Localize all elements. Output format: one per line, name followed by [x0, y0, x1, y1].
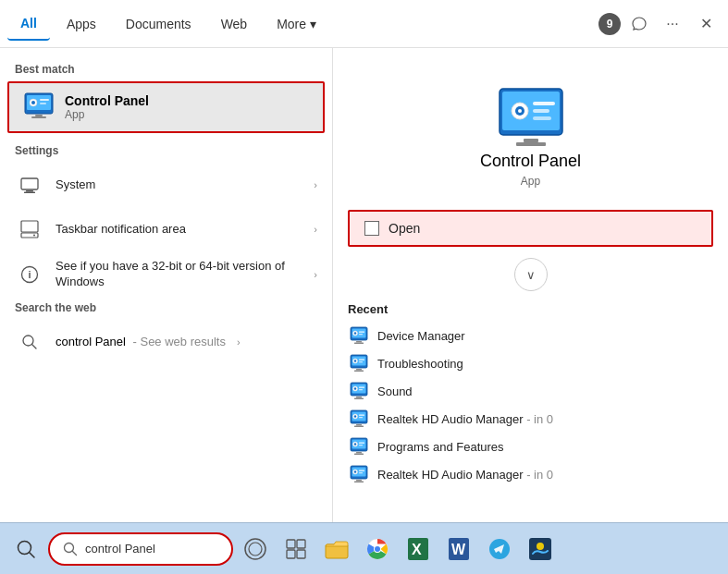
tab-documents[interactable]: Documents [113, 7, 204, 41]
svg-rect-40 [359, 360, 364, 360]
app-type: App [521, 175, 540, 188]
tab-web-label: Web [221, 17, 248, 31]
system-chevron: › [314, 179, 317, 190]
svg-rect-9 [26, 190, 33, 192]
recent-realtek1-text: Realtek HD Audio Manager - in 0 [377, 412, 553, 426]
close-button[interactable]: ✕ [691, 9, 721, 39]
recent-cp-icon-4 [350, 409, 368, 428]
tab-apps[interactable]: Apps [54, 7, 109, 41]
taskbar-word-button[interactable]: W [440, 531, 477, 568]
tab-all-label: All [20, 16, 37, 31]
top-nav: All Apps Documents Web More ▾ 9 ··· ✕ [0, 0, 728, 48]
svg-rect-59 [354, 426, 364, 428]
svg-point-63 [354, 443, 356, 445]
svg-rect-12 [21, 233, 38, 238]
svg-rect-43 [354, 371, 364, 372]
control-panel-icon-small [24, 92, 54, 122]
svg-point-13 [33, 235, 35, 237]
svg-rect-67 [354, 454, 364, 456]
svg-rect-85 [297, 550, 305, 558]
svg-rect-27 [516, 142, 546, 146]
recent-cp-icon-5 [350, 437, 368, 456]
svg-rect-7 [31, 116, 46, 118]
ellipsis-button[interactable]: ··· [658, 9, 687, 39]
svg-point-47 [354, 387, 356, 389]
svg-point-22 [518, 109, 522, 113]
svg-rect-11 [21, 221, 38, 232]
settings-item-bitcheck[interactable]: i See if you have a 32-bit or 64-bit ver… [0, 251, 332, 298]
open-button[interactable]: Open [348, 210, 713, 247]
recent-sound-text: Sound [377, 385, 413, 398]
recent-label: Recent [348, 302, 713, 316]
svg-point-55 [354, 415, 356, 417]
taskbar-search-text: control Panel [85, 542, 155, 556]
svg-rect-83 [297, 540, 305, 548]
svg-rect-64 [359, 443, 364, 444]
control-panel-svg-small [24, 92, 54, 122]
svg-point-3 [31, 101, 35, 104]
taskbar-search-icon[interactable] [7, 531, 44, 568]
svg-rect-34 [356, 341, 362, 343]
taskbar-telegram-button[interactable] [481, 531, 518, 568]
notification-badge[interactable]: 9 [598, 13, 621, 35]
svg-line-79 [73, 551, 77, 555]
search-web-label: Search the web [0, 298, 332, 320]
svg-point-80 [245, 539, 265, 559]
taskbar-weather-button[interactable] [522, 531, 559, 568]
recent-cp-icon-3 [350, 382, 368, 400]
svg-rect-24 [533, 109, 549, 113]
nav-actions: 9 ··· ✕ [598, 9, 721, 39]
tab-all[interactable]: All [7, 7, 50, 41]
tab-documents-label: Documents [126, 17, 191, 31]
search-web-text: control Panel - See web results [56, 335, 226, 348]
taskbar-excel-button[interactable]: X [400, 531, 437, 568]
chevron-down-icon: ∨ [526, 268, 536, 282]
control-panel-icon-large [498, 85, 564, 152]
expand-button[interactable]: ∨ [514, 258, 548, 291]
best-match-label: Best match [0, 59, 332, 81]
recent-item-realtek2[interactable]: Realtek HD Audio Manager - in 0 [348, 460, 713, 488]
svg-text:i: i [28, 269, 31, 280]
tab-more-label: More [277, 17, 306, 31]
taskbar: control Panel [0, 522, 728, 574]
settings-item-taskbar[interactable]: Taskbar notification area › [0, 207, 332, 251]
svg-rect-50 [356, 397, 362, 398]
svg-rect-75 [354, 482, 364, 483]
search-web-item[interactable]: control Panel - See web results › [0, 320, 332, 364]
settings-item-system[interactable]: System › [0, 163, 332, 207]
taskbar-taskview-button[interactable] [278, 531, 315, 568]
taskbar-chrome-button[interactable] [359, 531, 396, 568]
recent-item-sound[interactable]: Sound [348, 377, 713, 405]
taskbar-cortana-button[interactable] [237, 531, 274, 568]
svg-line-77 [30, 552, 35, 557]
recent-item-realtek1[interactable]: Realtek HD Audio Manager - in 0 [348, 405, 713, 433]
taskbar-search-bar[interactable]: control Panel [48, 532, 233, 566]
best-match-item[interactable]: Control Panel App [7, 81, 325, 133]
svg-rect-4 [40, 99, 49, 101]
svg-rect-73 [359, 472, 363, 473]
svg-point-89 [375, 546, 380, 552]
taskbar-explorer-button[interactable] [318, 531, 355, 568]
ellipsis-icon: ··· [666, 16, 678, 32]
open-window-icon [364, 221, 379, 236]
tab-more[interactable]: More ▾ [264, 7, 329, 41]
svg-rect-41 [359, 361, 363, 362]
recent-item-device-manager[interactable]: Device Manager [348, 322, 713, 349]
main-content: Best match Control Panel App [0, 48, 728, 522]
chevron-down-icon: ▾ [310, 17, 316, 31]
svg-rect-72 [359, 470, 364, 471]
recent-item-troubleshooting[interactable]: Troubleshooting [348, 349, 713, 377]
svg-rect-23 [533, 102, 555, 105]
svg-rect-51 [354, 398, 364, 400]
recent-realtek2-text: Realtek HD Audio Manager - in 0 [377, 468, 553, 482]
svg-rect-25 [533, 116, 551, 120]
recent-item-programs[interactable]: Programs and Features [348, 433, 713, 460]
bitcheck-text: See if you have a 32-bit or 64-bit versi… [56, 259, 302, 290]
tab-web[interactable]: Web [208, 7, 261, 41]
svg-rect-8 [21, 178, 38, 189]
search-web-query: control Panel [56, 335, 126, 348]
app-header: Control Panel App [348, 67, 713, 202]
taskbar-chevron: › [314, 224, 317, 235]
feedback-button[interactable] [624, 9, 654, 39]
taskbar-notification-text: Taskbar notification area [56, 222, 302, 238]
